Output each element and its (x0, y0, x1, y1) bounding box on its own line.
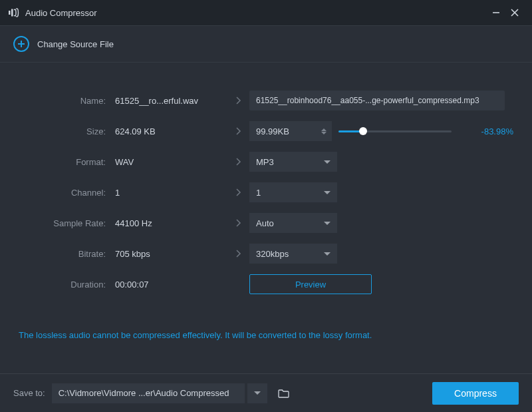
channel-value: 1 (256, 188, 261, 198)
label-duration: Duration: (19, 280, 115, 290)
window-title: Audio Compressor (25, 8, 97, 18)
row-bitrate: Bitrate: 705 kbps 320kbps (19, 238, 513, 269)
compress-button[interactable]: Compress (432, 382, 519, 405)
add-icon (13, 36, 29, 52)
chevron-right-icon (228, 97, 249, 104)
row-channel: Channel: 1 1 (19, 177, 513, 208)
output-name-text: 61525__robinhood76__aa055-...ge-powerful… (256, 96, 479, 105)
title-bar: Audio Compressor (0, 0, 532, 25)
target-size-value: 99.99KB (256, 126, 289, 136)
folder-icon (278, 389, 290, 398)
chevron-right-icon (228, 188, 249, 196)
label-sample-rate: Sample Rate: (19, 218, 115, 228)
bitrate-select[interactable]: 320kbps (249, 244, 337, 264)
label-name: Name: (19, 96, 115, 106)
compress-label: Compress (454, 388, 497, 399)
caret-up-icon (321, 124, 327, 131)
original-size: 624.09 KB (115, 126, 228, 136)
change-source-label: Change Source File (37, 39, 114, 49)
caret-down-icon (324, 252, 331, 256)
label-format: Format: (19, 157, 115, 167)
row-name: Name: 61525__ro...erful.wav 61525__robin… (19, 85, 513, 116)
close-button[interactable] (505, 3, 524, 22)
channel-select[interactable]: 1 (249, 182, 337, 202)
chevron-right-icon (228, 250, 249, 258)
size-slider[interactable] (338, 130, 452, 132)
caret-down-icon (321, 132, 327, 138)
caret-down-icon (324, 160, 331, 164)
label-size: Size: (19, 126, 115, 136)
chevron-right-icon (228, 127, 249, 135)
caret-down-icon (254, 391, 261, 395)
caret-down-icon (324, 191, 331, 194)
size-reduction-percent: -83.98% (473, 126, 513, 136)
main-panel: Name: 61525__ro...erful.wav 61525__robin… (0, 63, 532, 373)
save-path-field[interactable]: C:\Vidmore\Vidmore ...er\Audio Compresse… (52, 383, 245, 403)
original-sample-rate: 44100 Hz (115, 218, 228, 228)
label-bitrate: Bitrate: (19, 249, 115, 259)
save-path-text: C:\Vidmore\Vidmore ...er\Audio Compresse… (59, 388, 229, 398)
row-duration: Duration: 00:00:07 Preview (19, 269, 513, 300)
sample-rate-select[interactable]: Auto (249, 213, 337, 233)
original-channel: 1 (115, 188, 228, 198)
caret-down-icon (324, 222, 331, 225)
save-path-dropdown[interactable] (247, 383, 267, 403)
bitrate-value: 320kbps (256, 249, 289, 259)
chevron-right-icon (228, 158, 249, 166)
save-to-label: Save to: (13, 388, 45, 398)
output-name-field[interactable]: 61525__robinhood76__aa055-...ge-powerful… (249, 91, 505, 110)
sample-rate-value: Auto (256, 218, 274, 228)
open-folder-button[interactable] (274, 383, 294, 403)
minimize-button[interactable] (487, 3, 505, 22)
format-select[interactable]: MP3 (249, 152, 337, 172)
format-value: MP3 (256, 157, 274, 167)
row-size: Size: 624.09 KB 99.99KB -83.98% (19, 116, 513, 146)
target-size-spinner[interactable]: 99.99KB (249, 121, 332, 141)
preview-button[interactable]: Preview (249, 274, 372, 294)
spinner-up[interactable] (319, 124, 329, 131)
row-sample-rate: Sample Rate: 44100 Hz Auto (19, 208, 513, 238)
spinner-down[interactable] (319, 132, 329, 138)
label-channel: Channel: (19, 188, 115, 198)
original-bitrate: 705 kbps (115, 249, 228, 259)
footer: Save to: C:\Vidmore\Vidmore ...er\Audio … (0, 373, 532, 412)
row-format: Format: WAV MP3 (19, 146, 513, 177)
svg-rect-0 (9, 11, 11, 15)
original-format: WAV (115, 157, 228, 167)
app-icon (8, 7, 20, 19)
svg-rect-1 (11, 9, 13, 17)
chevron-right-icon (228, 219, 249, 227)
lossless-note: The lossless audio cannot be compressed … (19, 330, 513, 340)
slider-thumb[interactable] (359, 127, 367, 135)
preview-label: Preview (295, 280, 326, 290)
change-source-bar[interactable]: Change Source File (0, 25, 532, 63)
duration-value: 00:00:07 (115, 280, 228, 290)
original-name: 61525__ro...erful.wav (115, 96, 228, 106)
